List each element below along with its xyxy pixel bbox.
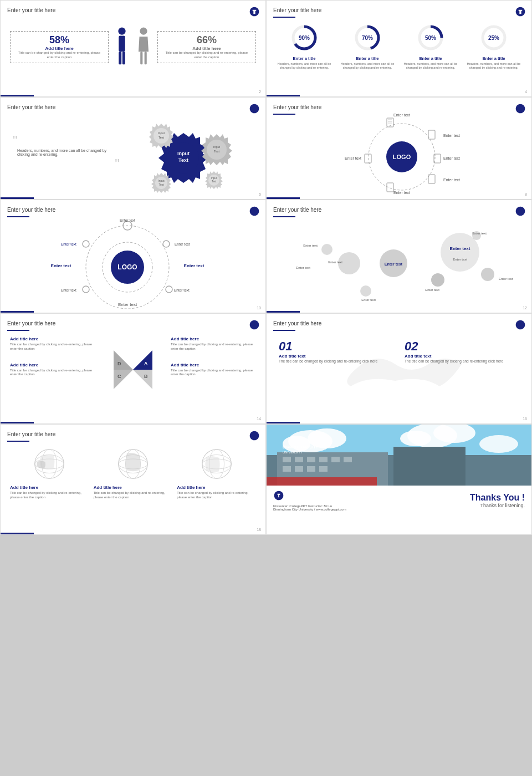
svg-text:BIRMINGHAM CITY: BIRMINGHAM CITY bbox=[283, 445, 318, 449]
svg-text:B: B bbox=[144, 374, 148, 379]
svg-rect-126 bbox=[283, 466, 291, 472]
slide-6: Enter your title here Enter text Enter t… bbox=[266, 200, 532, 313]
slide-3: Enter your title here " Headers, numbers… bbox=[0, 97, 266, 200]
svg-text:50%: 50% bbox=[425, 35, 436, 41]
svg-point-80 bbox=[431, 273, 444, 287]
slide-10: BIRMINGHAM CITY UNIVERSITY Presenter: Co… bbox=[266, 424, 532, 535]
item-d-title: Add title here bbox=[171, 363, 256, 367]
slide-7-right-texts: Add title here Title can be changed by c… bbox=[171, 336, 256, 403]
svg-text:LOGO: LOGO bbox=[393, 154, 411, 160]
svg-text:Text: Text bbox=[158, 183, 164, 186]
svg-text:Input: Input bbox=[158, 179, 165, 182]
svg-point-79 bbox=[321, 244, 332, 255]
globe-item-2: Add title here Title can be changed by c… bbox=[94, 447, 173, 500]
slide-9-number: 18 bbox=[257, 528, 261, 532]
svg-text:Enter text: Enter text bbox=[443, 134, 460, 137]
blue-accent-4 bbox=[267, 197, 300, 199]
slide-4-number: 8 bbox=[525, 192, 527, 196]
svg-text:Enter text: Enter text bbox=[443, 156, 460, 160]
blue-accent-1 bbox=[1, 95, 34, 96]
slide-1-content: 58% Add title here Title can be changed … bbox=[7, 17, 259, 78]
slide-6-logo bbox=[515, 206, 526, 217]
slide-1-logo bbox=[249, 6, 260, 17]
blue-accent-2 bbox=[267, 95, 300, 96]
svg-text:Enter text: Enter text bbox=[453, 258, 467, 261]
svg-text:Enter text: Enter text bbox=[328, 261, 342, 264]
slide-5-number: 10 bbox=[257, 306, 261, 310]
svg-point-69 bbox=[83, 286, 89, 293]
globe-icon-3 bbox=[200, 447, 233, 481]
slide-7-content: Add title here Title can be changed by c… bbox=[7, 334, 259, 406]
item-d-desc: Title can be changed by clicking and re-… bbox=[171, 369, 256, 377]
svg-point-82 bbox=[360, 285, 371, 297]
slide-7-logo bbox=[249, 319, 260, 330]
slide-3-logo bbox=[249, 103, 260, 114]
globe-item-3: Add title here Title can be changed by c… bbox=[177, 447, 256, 500]
svg-rect-47 bbox=[428, 130, 435, 139]
svg-text:LOGO: LOGO bbox=[117, 263, 137, 271]
slide-8: Enter your title here 01 Add title text … bbox=[266, 313, 532, 424]
university-logo-icon bbox=[273, 490, 284, 501]
stat-female-percent: 66% bbox=[162, 34, 251, 46]
slide-3-title: Enter your title here bbox=[7, 104, 259, 110]
female-figure-icon bbox=[136, 22, 152, 72]
slide-9-content: Add title here Title can be changed by c… bbox=[7, 445, 259, 503]
slide-8-content: 01 Add title text The title can be chang… bbox=[273, 334, 525, 413]
svg-rect-123 bbox=[319, 457, 328, 462]
numbered-items: 01 Add title text The title can be chang… bbox=[279, 339, 519, 364]
svg-rect-125 bbox=[344, 457, 352, 462]
globe-item-1: Add title here Title can be changed by c… bbox=[10, 447, 89, 500]
slide-4-content: LOGO Enter text Enter text Enter text bbox=[273, 118, 525, 190]
slide-3-number: 6 bbox=[259, 192, 261, 196]
donut-title-90: Enter a title bbox=[273, 56, 335, 61]
donut-chart-50: 50% bbox=[417, 24, 444, 52]
slide-5-title: Enter your title here bbox=[7, 207, 259, 213]
svg-rect-129 bbox=[319, 466, 328, 472]
svg-rect-120 bbox=[283, 457, 291, 462]
svg-point-114 bbox=[400, 431, 431, 446]
quote-text: " Headers, numbers, and more can all be … bbox=[10, 129, 122, 176]
building-svg: BIRMINGHAM CITY UNIVERSITY bbox=[267, 425, 531, 486]
svg-text:D: D bbox=[117, 361, 121, 366]
item-b-title: Add title here bbox=[171, 336, 256, 341]
donut-item-90: 90% Enter a title Headers, numbers, and … bbox=[273, 24, 335, 70]
circle-diagram-svg: LOGO Enter text Enter text Enter text bbox=[294, 114, 504, 194]
svg-text:Text: Text bbox=[214, 150, 220, 153]
stat-female-title: Add title here bbox=[162, 46, 251, 51]
slide-8-accent-line bbox=[273, 330, 295, 331]
svg-text:Text: Text bbox=[212, 180, 217, 183]
globe-icon-1 bbox=[33, 447, 66, 481]
svg-text:90%: 90% bbox=[299, 35, 310, 41]
presenter-info: Presenter: CollegePPT Instructor: Mr.Lu … bbox=[273, 490, 346, 511]
gears-svg: Input Text Input Text Input bbox=[128, 116, 239, 194]
donut-desc-90: Headers, numbers, and more can all be ch… bbox=[273, 62, 335, 70]
university-text: Birmingham City University / www.college… bbox=[273, 508, 346, 511]
svg-rect-119 bbox=[471, 455, 531, 486]
item-c-desc: Title can be changed by clicking and re-… bbox=[10, 369, 95, 377]
svg-text:Enter text: Enter text bbox=[393, 191, 410, 194]
slide-2-logo bbox=[515, 6, 526, 17]
donut-chart-90: 90% bbox=[290, 24, 318, 52]
slide-7: Enter your title here Add title here Tit… bbox=[0, 313, 266, 424]
svg-rect-122 bbox=[307, 457, 315, 462]
svg-point-63 bbox=[163, 241, 170, 247]
building-image: BIRMINGHAM CITY UNIVERSITY bbox=[267, 425, 531, 486]
num-item-02: 02 Add title text The title can be chang… bbox=[405, 339, 519, 364]
svg-text:Enter text: Enter text bbox=[51, 263, 71, 268]
orbit-diagram-svg: LOGO Enter text Enter text Enter text En… bbox=[17, 217, 249, 309]
num-01-desc: The title can be changed by clicking and… bbox=[279, 359, 393, 364]
stat-male-percent: 58% bbox=[15, 34, 104, 46]
svg-point-65 bbox=[166, 286, 172, 293]
blue-accent-6 bbox=[267, 311, 300, 313]
slide-4-accent-line bbox=[273, 114, 295, 115]
slide-8-logo bbox=[515, 319, 526, 330]
svg-text:Enter text: Enter text bbox=[175, 242, 190, 246]
blue-accent-3 bbox=[1, 197, 34, 199]
item-b-desc: Title can be changed by clicking and re-… bbox=[171, 343, 256, 351]
slide-9-logo bbox=[249, 430, 260, 441]
svg-rect-55 bbox=[365, 154, 371, 163]
donut-item-25: 25% Enter a title Headers, numbers, and … bbox=[463, 24, 525, 70]
svg-text:Enter text: Enter text bbox=[296, 266, 310, 269]
quote-body: Headers, numbers, and more can all be ch… bbox=[13, 147, 120, 157]
svg-rect-51 bbox=[428, 175, 435, 183]
